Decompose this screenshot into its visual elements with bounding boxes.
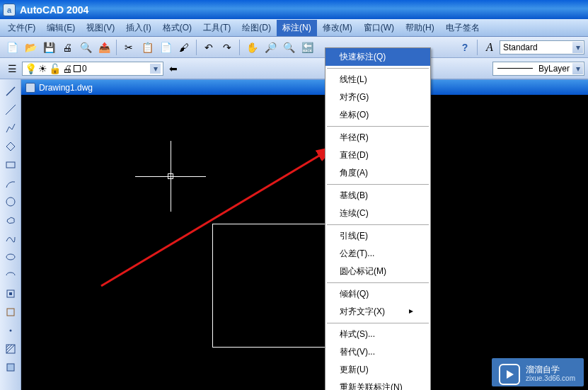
rectangle-icon [5, 159, 16, 171]
polygon-button[interactable] [3, 139, 18, 154]
menu-angular[interactable]: 角度(A) [325, 164, 430, 182]
work-area: Drawing1.dwg [0, 79, 588, 390]
toolbar-separator [196, 40, 197, 55]
pan-icon: ✋ [246, 42, 258, 52]
revcloud-button[interactable] [3, 212, 18, 228]
zoom-prev-button[interactable]: 🔙 [299, 39, 316, 56]
menu-continue[interactable]: 连续(C) [325, 205, 430, 222]
point-button[interactable] [3, 323, 18, 338]
spline-button[interactable] [3, 231, 18, 246]
cut-button[interactable]: ✂ [120, 39, 137, 56]
svg-point-4 [6, 197, 15, 206]
text-style-combo[interactable]: Standard ▾ [500, 40, 584, 55]
arc-icon [5, 178, 16, 189]
toolbar-separator [477, 40, 478, 55]
menu-aligned[interactable]: 对齐(G) [325, 88, 430, 106]
menu-tools[interactable]: 工具(T) [197, 20, 236, 36]
drawing-canvas[interactable] [21, 95, 588, 390]
menu-file[interactable]: 文件(F) [2, 20, 41, 36]
chevron-down-icon: ▾ [572, 63, 583, 74]
block-icon [5, 306, 16, 318]
hatch-button[interactable] [3, 341, 18, 357]
menu-modify[interactable]: 修改(M) [317, 20, 358, 36]
menu-reassociate[interactable]: 重新关联标注(N) [325, 379, 430, 390]
menu-esign[interactable]: 电子签名 [440, 20, 485, 36]
ellipse-arc-button[interactable] [3, 268, 18, 283]
svg-rect-14 [7, 364, 14, 371]
menu-ordinate[interactable]: 坐标(O) [325, 106, 430, 124]
redo-button[interactable]: ↷ [219, 39, 236, 56]
pan-button[interactable]: ✋ [243, 39, 260, 56]
menu-dimension[interactable]: 标注(N) [277, 20, 317, 36]
circle-button[interactable] [3, 194, 18, 210]
publish-button[interactable]: 📤 [96, 39, 113, 56]
plot-icon: 🖨 [62, 42, 72, 52]
menu-separator [327, 126, 429, 127]
zoom-rt-icon: 🔎 [265, 42, 277, 52]
menu-diameter[interactable]: 直径(D) [325, 147, 430, 164]
save-button[interactable]: 💾 [40, 39, 57, 56]
svg-line-1 [6, 105, 16, 115]
new-button[interactable]: 📄 [4, 39, 21, 56]
menu-center[interactable]: 圆心标记(M) [325, 263, 430, 280]
bulb-icon: 💡 [25, 64, 37, 74]
drawing-window: Drawing1.dwg [21, 79, 588, 390]
sun-icon: ☀ [38, 64, 47, 74]
plot-button[interactable]: 🖨 [59, 39, 76, 56]
help-button[interactable]: ? [456, 39, 473, 56]
block-button[interactable] [3, 304, 18, 320]
menu-align-text[interactable]: 对齐文字(X)▸ [325, 303, 430, 321]
standard-toolbar: 📄 📂 💾 🖨 🔍 📤 ✂ 📋 📄 🖌 ↶ ↷ ✋ 🔎 🔍 🔙 ? A Stan… [0, 37, 588, 58]
menu-leader[interactable]: 引线(E) [325, 227, 430, 245]
menu-radius[interactable]: 半径(R) [325, 129, 430, 147]
menu-help[interactable]: 帮助(H) [400, 20, 440, 36]
copy-icon: 📋 [142, 42, 154, 52]
menu-edit[interactable]: 编辑(E) [41, 20, 81, 36]
zoom-rt-button[interactable]: 🔎 [262, 39, 279, 56]
ellipse-button[interactable] [3, 249, 18, 265]
ellipse-arc-icon [5, 270, 16, 281]
polyline-button[interactable] [3, 120, 18, 136]
cut-icon: ✂ [125, 42, 133, 52]
layer-combo[interactable]: 💡 ☀ 🔓 🖨 0 ▾ [22, 62, 163, 76]
rectangle-button[interactable] [3, 157, 18, 173]
menu-dimstyle[interactable]: 样式(S)... [325, 326, 430, 343]
layer-manager-button[interactable]: ☰ [4, 60, 21, 77]
insert-button[interactable] [3, 286, 18, 302]
menu-override[interactable]: 替代(V)... [325, 343, 430, 361]
menu-insert[interactable]: 插入(I) [120, 20, 156, 36]
menu-update[interactable]: 更新(U) [325, 361, 430, 379]
copy-button[interactable]: 📋 [139, 39, 156, 56]
line-button[interactable] [3, 84, 18, 99]
lineweight-combo[interactable]: ByLayer ▾ [492, 62, 584, 76]
app-icon: a [3, 4, 16, 16]
xline-button[interactable] [3, 102, 18, 117]
arc-button[interactable] [3, 176, 18, 191]
region-button[interactable] [3, 360, 18, 375]
menu-quick-dim[interactable]: 快速标注(Q) [325, 48, 430, 66]
menu-baseline[interactable]: 基线(B) [325, 187, 430, 205]
svg-marker-2 [6, 142, 15, 151]
undo-button[interactable]: ↶ [200, 39, 217, 56]
menu-tolerance[interactable]: 公差(T)... [325, 245, 430, 263]
menu-linear[interactable]: 线性(L) [325, 71, 430, 88]
document-title-bar[interactable]: Drawing1.dwg [21, 79, 588, 95]
match-button[interactable]: 🖌 [175, 39, 192, 56]
textstyle-button[interactable]: A [481, 39, 498, 56]
xline-icon [5, 104, 16, 115]
menu-view[interactable]: 视图(V) [81, 20, 120, 36]
layer-prev-button[interactable]: ⬅ [165, 60, 182, 77]
open-button[interactable]: 📂 [22, 39, 39, 56]
menu-format[interactable]: 格式(O) [157, 20, 197, 36]
menu-draw[interactable]: 绘图(D) [236, 20, 277, 36]
menu-separator [327, 68, 429, 69]
menu-oblique[interactable]: 倾斜(Q) [325, 285, 430, 303]
document-icon [25, 83, 35, 93]
paste-button[interactable]: 📄 [157, 39, 174, 56]
menu-window[interactable]: 窗口(W) [358, 20, 400, 36]
preview-button[interactable]: 🔍 [77, 39, 94, 56]
preview-icon: 🔍 [80, 42, 92, 52]
zoom-win-button[interactable]: 🔍 [280, 39, 297, 56]
title-bar: a AutoCAD 2004 [0, 0, 588, 19]
svg-line-0 [6, 87, 15, 96]
